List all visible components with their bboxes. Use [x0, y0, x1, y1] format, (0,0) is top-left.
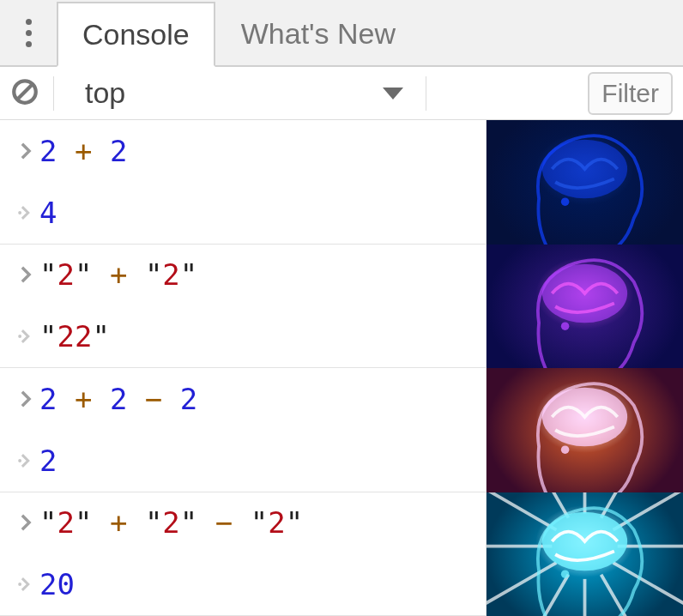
console-body: 2 + 2 4 "2" + "2" "22" 2 + 2 − 2 2 "2" +…: [0, 120, 683, 616]
console-output-value: 2: [39, 444, 57, 478]
console-entry: 2 + 2 4: [0, 120, 486, 245]
clear-console-icon[interactable]: [10, 77, 39, 110]
svg-point-3: [18, 335, 21, 338]
svg-point-13: [561, 322, 570, 330]
console-entry: "2" + "2" "22": [0, 245, 486, 369]
console-input-row[interactable]: 2 + 2: [12, 120, 486, 182]
console-input-row[interactable]: 2 + 2 − 2: [12, 368, 486, 430]
console-toolbar: top Filter: [0, 67, 683, 120]
brain-3-image: [487, 368, 683, 492]
filter-input[interactable]: Filter: [588, 72, 673, 115]
console-input-code: 2 + 2: [39, 134, 127, 168]
input-arrow-icon: [12, 142, 39, 160]
svg-point-33: [561, 570, 570, 578]
execution-context-selector[interactable]: top: [68, 76, 412, 110]
tab-console[interactable]: Console: [57, 2, 215, 67]
meme-column: [486, 120, 683, 616]
kebab-menu-icon[interactable]: [0, 0, 57, 65]
input-arrow-icon: [12, 265, 39, 284]
chevron-down-icon: [383, 88, 403, 100]
svg-point-4: [18, 459, 21, 462]
tabbar: Console What's New: [0, 0, 683, 67]
brain-1-image: [487, 120, 683, 245]
console-output-value: 20: [39, 567, 75, 601]
svg-point-17: [561, 445, 570, 454]
console-input-row[interactable]: "2" + "2" − "2": [12, 492, 486, 554]
output-arrow-icon: [12, 203, 39, 222]
console-input-code: 2 + 2 − 2: [39, 382, 197, 416]
tab-whats-new[interactable]: What's New: [215, 0, 421, 65]
input-arrow-icon: [12, 513, 39, 532]
console-input-row[interactable]: "2" + "2": [12, 245, 486, 306]
console-input-code: "2" + "2" − "2": [39, 505, 303, 540]
output-arrow-icon: [12, 327, 39, 346]
console-entry: 2 + 2 − 2 2: [0, 368, 486, 492]
output-arrow-icon: [12, 451, 39, 470]
output-arrow-icon: [12, 575, 39, 594]
console-input-code: "2" + "2": [39, 257, 197, 292]
console-output-value: 4: [39, 196, 57, 230]
toolbar-divider: [53, 76, 54, 111]
svg-line-1: [18, 84, 33, 99]
toolbar-divider: [426, 76, 426, 111]
brain-2-image: [487, 245, 683, 369]
console-output-value: "22": [39, 319, 110, 353]
svg-point-5: [18, 583, 21, 586]
console-output-row: 20: [12, 553, 486, 615]
brain-4-image: [487, 492, 683, 617]
svg-point-9: [561, 197, 570, 206]
console-entry: "2" + "2" − "2" 20: [0, 492, 486, 617]
execution-context-label: top: [85, 76, 125, 110]
svg-point-2: [18, 211, 21, 214]
console-output-row: 4: [12, 182, 486, 244]
console-entries: 2 + 2 4 "2" + "2" "22" 2 + 2 − 2 2 "2" +…: [0, 120, 486, 616]
input-arrow-icon: [12, 390, 39, 408]
console-output-row: "22": [12, 305, 486, 367]
console-output-row: 2: [12, 430, 486, 492]
